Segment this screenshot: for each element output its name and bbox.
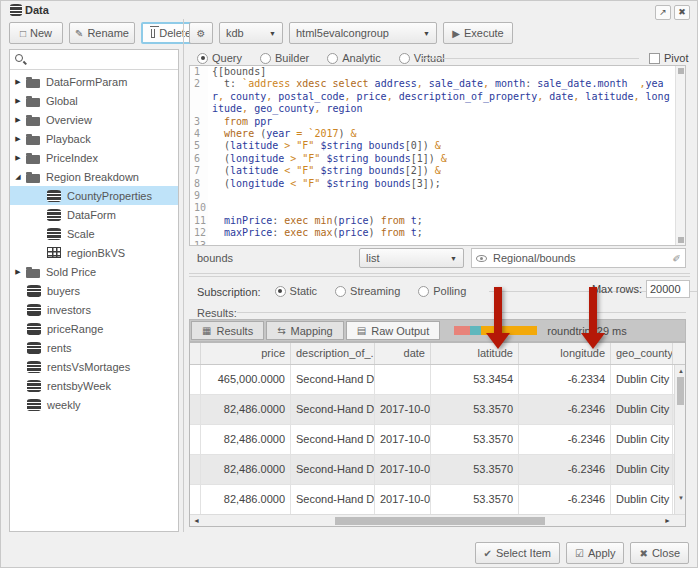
radio-label: Static xyxy=(290,285,318,297)
tree-item-priceindex[interactable]: ▶PriceIndex xyxy=(10,148,178,167)
db-icon xyxy=(47,209,61,221)
table-row[interactable]: 82,486.0000Second-Hand Dw2017-10-0353.35… xyxy=(190,395,685,425)
tree-item-countyproperties[interactable]: CountyProperties xyxy=(10,186,178,205)
parameter-type-select[interactable]: list▼ xyxy=(359,248,464,268)
tree-item-dataformparam[interactable]: ▶DataFormParam xyxy=(10,72,178,91)
subscription-radio-streaming[interactable]: Streaming xyxy=(335,285,400,297)
folder-icon xyxy=(26,98,40,107)
tab-raw-output[interactable]: ▤Raw Output xyxy=(346,321,441,340)
table-horizontal-scrollbar[interactable]: ◄ ► xyxy=(190,514,685,526)
tree-item-pricerange[interactable]: priceRange xyxy=(10,319,178,338)
chevron-down-icon: ▼ xyxy=(450,255,457,262)
line-number: 1 xyxy=(190,66,208,78)
code-line: 6 (longitude > "F" $string bounds[1]) & xyxy=(190,153,685,165)
subscription-radio-polling[interactable]: Polling xyxy=(418,285,466,297)
new-button[interactable]: □ New xyxy=(9,22,63,44)
new-icon: □ xyxy=(20,28,26,39)
column-header-description_of_...[interactable]: description_of_... xyxy=(291,343,375,364)
table-row[interactable]: 82,486.0000Second-Hand Dw2017-10-0353.35… xyxy=(190,425,685,455)
max-rows-input[interactable] xyxy=(646,280,690,298)
expand-arrow-icon[interactable]: ▶ xyxy=(10,97,26,105)
tree-item-rents[interactable]: rents xyxy=(10,338,178,357)
table-row[interactable]: 82,486.0000Second-Hand Dw2017-10-0353.35… xyxy=(190,485,685,515)
tree-item-dataform[interactable]: DataForm xyxy=(10,205,178,224)
query-mode-radio-builder[interactable]: Builder xyxy=(260,52,309,64)
close-button[interactable]: ✖ Close xyxy=(630,542,689,564)
search-input[interactable] xyxy=(28,51,176,68)
execute-button[interactable]: ▶ Execute xyxy=(443,22,513,44)
expand-arrow-icon[interactable]: ▶ xyxy=(10,78,26,86)
tree-item-label: rents xyxy=(47,342,71,354)
query-mode-radio-query[interactable]: Query xyxy=(197,52,242,64)
eraser-icon[interactable]: ✐ xyxy=(673,253,681,264)
tree-item-global[interactable]: ▶Global xyxy=(10,91,178,110)
close-window-icon[interactable]: ✖ xyxy=(674,5,690,20)
select-item-button[interactable]: ✔ Select Item xyxy=(475,542,560,564)
popout-icon[interactable]: ↗ xyxy=(655,5,671,20)
connection-settings-button[interactable]: ⚙ xyxy=(189,22,213,44)
folder-icon xyxy=(26,136,40,145)
pivot-toggle[interactable]: Pivot xyxy=(649,52,688,64)
progress-segment xyxy=(454,326,470,335)
radio-label: Analytic xyxy=(342,52,381,64)
expand-arrow-icon[interactable]: ▶ xyxy=(10,135,26,143)
tab-mapping[interactable]: ⇆Mapping xyxy=(266,321,344,340)
subscription-radio-static[interactable]: Static xyxy=(275,285,318,297)
column-header-selector[interactable] xyxy=(190,343,201,364)
radio-label: Streaming xyxy=(350,285,400,297)
tree-item-playback[interactable]: ▶Playback xyxy=(10,129,178,148)
tree-item-investors[interactable]: investors xyxy=(10,300,178,319)
settings-icon: ⚙ xyxy=(197,28,206,39)
db-icon xyxy=(27,323,41,335)
column-header-geo_county[interactable]: geo_county xyxy=(611,343,673,364)
tree-item-weekly[interactable]: weekly xyxy=(10,395,178,414)
tree-item-label: weekly xyxy=(47,399,81,411)
tree-item-rentsbyweek[interactable]: rentsbyWeek xyxy=(10,376,178,395)
line-number: 13 xyxy=(190,240,208,246)
expand-arrow-icon[interactable]: ▶ xyxy=(10,116,26,124)
pivot-checkbox[interactable] xyxy=(649,53,660,64)
table-row[interactable]: 82,486.0000Second-Hand Dw2017-10-0353.35… xyxy=(190,455,685,485)
tree-item-rentsvsmortages[interactable]: rentsVsMortages xyxy=(10,357,178,376)
tree-item-label: Playback xyxy=(46,133,91,145)
search-row xyxy=(10,50,178,70)
titlebar: Data ↗ ✖ xyxy=(1,1,697,20)
table-cell xyxy=(375,365,431,394)
tree-item-overview[interactable]: ▶Overview xyxy=(10,110,178,129)
tree-item-buyers[interactable]: buyers xyxy=(10,281,178,300)
table-cell: -6.2346 xyxy=(519,425,611,454)
code-line: 7 (latitude < "F" $string bounds[2]) & xyxy=(190,165,685,177)
trash-icon xyxy=(151,29,155,38)
table-header: pricedescription_of_...datelatitudelongi… xyxy=(190,343,685,365)
tree-item-label: regionBkVS xyxy=(67,247,125,259)
db-icon xyxy=(27,304,41,316)
radio-icon xyxy=(197,53,208,64)
panel-divider xyxy=(183,19,184,532)
parameter-value-input[interactable]: Regional/bounds ✐ xyxy=(471,248,686,268)
db-icon xyxy=(47,228,61,240)
connection-select[interactable]: html5evalcongroup▼ xyxy=(289,22,437,44)
tree-item-sold-price[interactable]: ▶Sold Price xyxy=(10,262,178,281)
line-number: 4 xyxy=(190,128,208,140)
tree-item-regionbkvs[interactable]: regionBkVS xyxy=(10,243,178,262)
column-header-date[interactable]: date xyxy=(375,343,431,364)
expand-arrow-icon[interactable]: ▶ xyxy=(10,268,26,276)
table-row[interactable]: 465,000.0000Second-Hand Dw53.3454-6.2334… xyxy=(190,365,685,395)
editor-scrollbar[interactable] xyxy=(675,66,685,245)
db-icon xyxy=(27,380,41,392)
table-vertical-scrollbar[interactable]: ▲ ▼ xyxy=(674,365,685,515)
expand-arrow-icon[interactable]: ▶ xyxy=(10,154,26,162)
annotation-arrow-latitude xyxy=(486,287,510,349)
query-mode-radio-analytic[interactable]: Analytic xyxy=(327,52,381,64)
tree-item-scale[interactable]: Scale xyxy=(10,224,178,243)
apply-button[interactable]: ☑ Apply xyxy=(566,542,625,564)
rename-button[interactable]: ✎ Rename xyxy=(69,22,135,44)
table-cell: Dublin City xyxy=(611,485,673,514)
query-code-editor[interactable]: 1{[bounds]2 t: `address xdesc select add… xyxy=(189,65,686,246)
collapse-arrow-icon[interactable]: ◢ xyxy=(10,173,26,181)
column-header-price[interactable]: price xyxy=(201,343,291,364)
connector-select[interactable]: kdb▼ xyxy=(219,22,283,44)
tree-item-region-breakdown[interactable]: ◢Region Breakdown xyxy=(10,167,178,186)
results-tabstrip: ▦Results⇆Mapping▤Raw Output roundtrip: 2… xyxy=(189,319,686,342)
tab-results[interactable]: ▦Results xyxy=(191,321,264,340)
